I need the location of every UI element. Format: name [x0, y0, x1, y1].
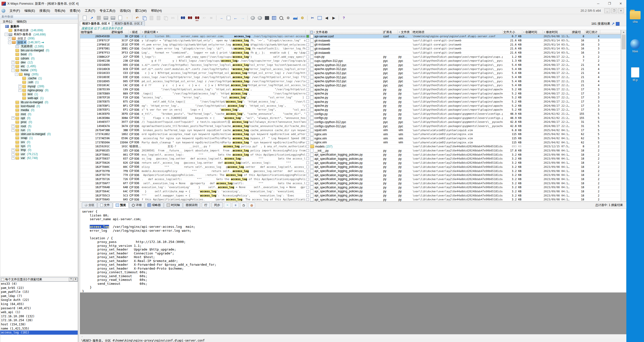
search-term[interactable]: pam_krb5 (22)	[0, 286, 78, 290]
mdi-minimize-button[interactable]: _	[604, 8, 610, 13]
table-row[interactable]: 15B7EBF1BF1CP 936og": 'httpd_error_log',…	[80, 104, 621, 108]
column-header[interactable]: ▼描述	[129, 30, 141, 34]
column-header[interactable]: ▼搜索结果▼	[141, 30, 306, 34]
row-checkbox[interactable]	[306, 117, 309, 119]
table-row[interactable]: 1B2F6B1E51E5CP 93620190501 from __future…	[80, 149, 621, 153]
column-header[interactable]: 绝对路径	[412, 30, 502, 34]
filter-funnel-icon[interactable]: ▼	[130, 31, 131, 33]
table-row[interactable]: 1463EDBA3DBACP 936'] flags = re.IGNORECA…	[80, 116, 621, 120]
row-checkbox[interactable]	[306, 149, 309, 152]
table-row[interactable]: 1B2F7D6AB6ABCP 936execution_log': 'execu…	[80, 185, 621, 189]
tree-expander[interactable]: +	[12, 149, 15, 152]
search-list-icon[interactable]: ≡	[232, 202, 239, 208]
table-row[interactable]: 1B2F7D7FB7FBCP 936models.AccessLogPolicy…	[80, 169, 621, 173]
menu-item[interactable]: 帮助(H)	[149, 8, 164, 13]
column-header[interactable]: ▼文件类	[398, 30, 412, 34]
row-checkbox[interactable]	[306, 59, 309, 62]
tree-item-opt[interactable]: +opt(0)	[0, 116, 78, 120]
row-checkbox[interactable]	[306, 76, 309, 79]
hex-convert-icon[interactable]: ≋	[208, 15, 214, 21]
tree-item-bin.usr-is-merged[interactable]: +bin.usr-is-merged(0)	[0, 48, 78, 52]
data-window-tab[interactable]: 检材3-服务器, 分区 4	[80, 21, 112, 26]
row-checkbox[interactable]	[306, 133, 309, 136]
search-term[interactable]: host (154,138)	[0, 323, 78, 327]
table-row[interactable]: 1B2F7D5C35C3CP 936""" self.swagger_types…	[80, 193, 621, 198]
table-row[interactable]: 1737AE596E596CP 936 accesslog for nginx …	[80, 137, 621, 141]
table-row[interactable]: 1B2F7D861861CP 936ess_log(self, access_l…	[80, 153, 621, 157]
magnifier-icon[interactable]	[278, 15, 284, 21]
search-term[interactable]: name (1,421,535)	[0, 327, 78, 331]
row-checkbox[interactable]	[306, 68, 309, 70]
scrollbar-thumb[interactable]	[622, 35, 626, 49]
table-row[interactable]: 1494E9773977CP 936/) ?squidconf?squid.co…	[80, 120, 621, 124]
table-row[interactable]: 1B2F7D837837CP 936ss_log @access_log.set…	[80, 157, 621, 161]
tree-item-cdrom[interactable]: +cdrom(0)	[0, 56, 78, 60]
viewer-tab-图例说明[interactable]: 图例说明	[183, 202, 200, 208]
table-row[interactable]: 15D18DCBDCBCP 936onf.d/*.confz conf.modu…	[80, 67, 621, 71]
tree-item-king[interactable]: −king(305)	[0, 72, 78, 76]
hex-search-icon[interactable]: HEX	[194, 15, 200, 21]
converter-icon[interactable]	[271, 15, 277, 21]
row-checkbox[interactable]	[306, 153, 309, 156]
tree-item-sys[interactable]: +sys(0)	[0, 144, 78, 148]
search-term[interactable]: pam_pwdfile (15)	[0, 290, 78, 294]
row-checkbox[interactable]	[306, 100, 309, 103]
restore-button[interactable]: ❐	[604, 0, 615, 7]
viewer-tab-预览[interactable]: 预览	[113, 202, 129, 208]
goto-icon[interactable]: →	[218, 15, 224, 21]
open-icon[interactable]: ↗	[88, 15, 95, 21]
tree-expander[interactable]: −	[15, 73, 18, 76]
tree-expander[interactable]: +	[12, 116, 15, 120]
menu-item[interactable]: 窗口(W)	[133, 8, 149, 13]
search-term[interactable]: Google Auth (22)	[0, 298, 78, 302]
copy-icon[interactable]	[141, 15, 148, 21]
paste-icon[interactable]	[148, 15, 155, 21]
table-row[interactable]: 1B2F7D6F76F7CP 936 self._execution_log =…	[80, 181, 621, 185]
row-checkbox[interactable]	[306, 190, 309, 193]
text-search-icon[interactable]: A?	[201, 15, 207, 21]
viewer-tab-分区[interactable]: 分区	[82, 202, 97, 208]
row-checkbox[interactable]	[306, 129, 309, 132]
export-icon[interactable]: ↑	[124, 15, 130, 21]
tree-item-.cache[interactable]: +.cache(1)	[0, 76, 78, 80]
filter-funnel-icon[interactable]: ▼	[523, 31, 525, 33]
tree-item-test[interactable]: +test(1)	[0, 92, 78, 96]
tree-expander[interactable]: +	[12, 128, 15, 132]
viewer-tab-文件[interactable]: 文件	[98, 202, 112, 208]
forward-icon[interactable]: →	[240, 15, 246, 21]
row-checkbox[interactable]	[306, 43, 309, 46]
prev-window-icon[interactable]: ◀	[324, 15, 330, 21]
row-checkbox[interactable]	[306, 51, 309, 54]
row-checkbox[interactable]	[306, 141, 309, 144]
tree-item-mysql[interactable]: +mysql(289)	[0, 84, 78, 88]
binary-copy-icon[interactable]: 101	[170, 15, 176, 21]
viewer-tab-时间轴[interactable]: 时间轴	[164, 202, 182, 208]
row-checkbox[interactable]	[306, 92, 309, 95]
take-snapshot-icon[interactable]	[256, 15, 263, 21]
table-row[interactable]: 1B2F7D826826CP 936return self._access_lo…	[80, 161, 621, 165]
table-row[interactable]: 23FB7CCF3CCFCP 936y \$logdir = "$fqgitdi…	[80, 39, 621, 43]
table-row[interactable]: 15B7EEF1EF1CP 936s" % ver for ver in ver…	[80, 108, 621, 112]
row-checkbox[interactable]	[306, 137, 309, 140]
scroll-up-arrow[interactable]: ▲	[621, 30, 626, 34]
row-checkbox[interactable]	[306, 166, 309, 168]
minimize-button[interactable]: ─	[592, 0, 604, 7]
save-icon[interactable]	[96, 15, 102, 21]
menu-item[interactable]: 编辑(E)	[22, 8, 37, 13]
help-button[interactable]: ?	[69, 278, 73, 281]
row-checkbox[interactable]	[306, 182, 309, 185]
row-checkbox[interactable]	[306, 198, 309, 201]
column-header[interactable]: 词汇统计	[585, 30, 600, 34]
refine-volume-snapshot-icon[interactable]	[250, 15, 256, 21]
filter-funnel-icon[interactable]: ▼	[142, 31, 144, 33]
row-checkbox[interactable]	[306, 84, 309, 87]
row-checkbox[interactable]	[306, 121, 309, 123]
options-icon[interactable]: ⚙	[299, 15, 306, 21]
row-checkbox[interactable]	[306, 39, 309, 42]
search-term[interactable]: pam_ldap (7)	[0, 294, 78, 298]
search-term[interactable]: ens33 (4)	[0, 282, 78, 286]
tree-item-etc[interactable]: +etc(1,495)	[0, 64, 78, 68]
search-term[interactable]: 172.16.10.200 (132)	[0, 314, 78, 319]
tree-item--3--[interactable]: −检材3-服务器(146,698)	[0, 32, 78, 36]
tree-item-tmp[interactable]: +tmp(0)	[0, 148, 78, 152]
